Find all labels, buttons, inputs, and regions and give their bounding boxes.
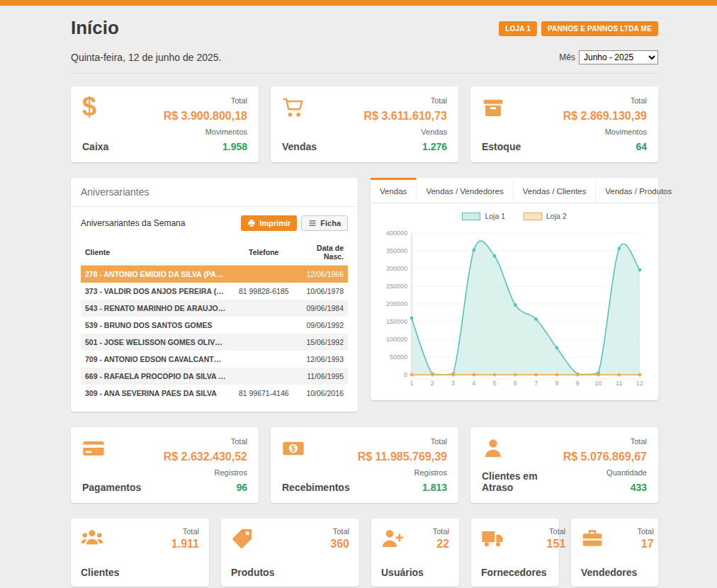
svg-text:8: 8 <box>555 380 558 387</box>
month-select[interactable]: Junho - 2025 <box>579 50 658 64</box>
total-label: Total <box>433 527 449 536</box>
telefone-cell: 81 99828-6185 <box>230 283 297 300</box>
legend-swatch <box>524 213 542 220</box>
svg-text:7: 7 <box>534 380 538 387</box>
tab-vendas-produtos[interactable]: Vendas / Produtos <box>596 178 682 203</box>
cart-icon <box>282 96 317 119</box>
vendas-label: Vendas <box>282 141 317 152</box>
svg-text:9: 9 <box>576 380 580 387</box>
banknote-icon: $ <box>282 437 350 460</box>
briefcase-icon <box>581 527 637 550</box>
telefone-cell <box>230 368 297 385</box>
estoque-card: Estoque Total R$ 2.869.130,39 Movimentos… <box>470 86 658 162</box>
svg-text:4: 4 <box>472 380 475 387</box>
fornecedores-label: Fornecedores <box>481 567 547 578</box>
legend-item-loja1[interactable]: Loja 1 <box>462 212 505 220</box>
birthday-row[interactable]: 669 - RAFAELA PROCOPIO DA SILVA CA... 11… <box>81 368 348 385</box>
aniversariantes-panel: Aniversariantes Aniversariantes da Seman… <box>71 178 358 412</box>
vendas-panel: Vendas Vendas / Vendedores Vendas / Clie… <box>371 178 658 400</box>
top-accent-bar <box>0 0 717 6</box>
ficha-button[interactable]: Ficha <box>301 215 348 231</box>
movimentos-label: Movimentos <box>205 128 247 136</box>
total-label: Total <box>431 96 447 105</box>
usuarios-total-value: 22 <box>436 538 449 550</box>
estoque-label: Estoque <box>482 141 521 152</box>
store-button[interactable]: LOJA 1 <box>499 21 537 36</box>
mid-cards-row: Pagamentos Total R$ 2.632.430,52 Registr… <box>71 427 658 503</box>
company-button[interactable]: PANNOS E PANNOS LTDA ME <box>541 21 658 36</box>
birthday-row[interactable]: 278 - ANTONIO EMIDIO DA SILVA (PALE... 1… <box>81 266 348 283</box>
total-label: Total <box>631 96 647 105</box>
clientes-atraso-total-value: R$ 5.076.869,67 <box>563 451 647 463</box>
tab-vendas-vendedores[interactable]: Vendas / Vendedores <box>417 178 513 203</box>
recebimentos-card: $ Recebimentos Total R$ 11.985.769,39 Re… <box>271 427 458 503</box>
top-cards-row: $ Caixa Total R$ 3.900.800,18 Movimentos… <box>71 86 658 162</box>
quantidade-label: Quantidade <box>606 468 647 477</box>
col-data-nasc: Data de Nasc. <box>297 239 348 266</box>
cliente-cell: 539 - BRUNO DOS SANTOS GOMES <box>81 317 230 334</box>
recebimentos-label: Recebimentos <box>282 482 350 493</box>
telefone-cell <box>230 317 297 334</box>
telefone-cell <box>230 351 297 368</box>
birthday-row[interactable]: 539 - BRUNO DOS SANTOS GOMES 09/06/1992 <box>81 317 348 334</box>
ficha-label: Ficha <box>320 219 341 227</box>
imprimir-button[interactable]: Imprimir <box>241 215 297 231</box>
vendedores-total-value: 17 <box>641 538 654 550</box>
data-nasc-cell: 12/06/1993 <box>297 351 348 368</box>
produtos-card: Produtos Total 360 <box>221 519 359 587</box>
produtos-label: Produtos <box>231 567 274 578</box>
list-icon <box>308 219 317 227</box>
birthday-row[interactable]: 501 - JOSE WELISSON GOMES OLIVEIR... 15/… <box>81 334 348 351</box>
telefone-cell: 81 99671-4146 <box>230 385 297 402</box>
total-label: Total <box>231 96 247 105</box>
clientes-atraso-card: Clientes em Atraso Total R$ 5.076.869,67… <box>470 427 658 503</box>
svg-text:100000: 100000 <box>386 336 407 343</box>
col-cliente: Cliente <box>81 239 230 266</box>
users-icon <box>81 527 119 550</box>
data-nasc-cell: 10/06/1978 <box>297 283 348 300</box>
svg-text:300000: 300000 <box>386 265 407 272</box>
total-label: Total <box>549 527 565 536</box>
total-label: Total <box>231 437 247 446</box>
birthday-row[interactable]: 543 - RENATO MARINHO DE ARAUJO (F... 09/… <box>81 300 348 317</box>
tab-vendas[interactable]: Vendas <box>371 178 417 203</box>
birthday-row[interactable]: 309 - ANA SEVERINA PAES DA SILVA 81 9967… <box>81 385 348 402</box>
svg-text:150000: 150000 <box>386 318 407 325</box>
person-icon <box>482 437 563 460</box>
svg-text:200000: 200000 <box>386 300 407 307</box>
cliente-cell: 373 - VALDIR DOS ANJOS PEREIRA (AN... <box>81 283 230 300</box>
movimentos-label: Movimentos <box>605 128 647 136</box>
legend-swatch <box>462 213 480 220</box>
fornecedores-total-value: 151 <box>547 538 566 550</box>
registros-label: Registros <box>414 468 447 477</box>
header-buttons: LOJA 1 PANNOS E PANNOS LTDA ME <box>499 21 658 36</box>
tab-vendas-clientes[interactable]: Vendas / Clientes <box>514 178 597 203</box>
legend-item-loja2[interactable]: Loja 2 <box>524 212 567 220</box>
birthday-row[interactable]: 709 - ANTONIO EDSON CAVALCANTE D... 12/0… <box>81 351 348 368</box>
data-nasc-cell: 09/06/1992 <box>297 317 348 334</box>
current-date: Quinta-feira, 12 de junho de 2025. <box>71 52 222 63</box>
date-row: Quinta-feira, 12 de junho de 2025. Mês J… <box>71 50 658 74</box>
legend-label: Loja 2 <box>546 212 567 220</box>
telefone-cell <box>230 300 297 317</box>
cliente-cell: 709 - ANTONIO EDSON CAVALCANTE D... <box>81 351 230 368</box>
svg-text:350000: 350000 <box>386 247 407 254</box>
birthday-row[interactable]: 373 - VALDIR DOS ANJOS PEREIRA (AN... 81… <box>81 283 348 300</box>
col-telefone: Telefone <box>230 239 297 266</box>
produtos-total-value: 360 <box>330 538 349 550</box>
total-label: Total <box>431 437 447 446</box>
tag-icon <box>231 527 274 550</box>
dollar-icon: $ <box>82 96 108 118</box>
clientes-card: Clientes Total 1.911 <box>71 519 209 587</box>
svg-text:2: 2 <box>431 380 434 387</box>
pagamentos-total-value: R$ 2.632.430,52 <box>164 451 247 463</box>
pagamentos-count-value: 96 <box>236 482 247 493</box>
cliente-cell: 501 - JOSE WELISSON GOMES OLIVEIR... <box>81 334 230 351</box>
usuarios-card: Usuários Total 22 <box>371 519 459 587</box>
user-plus-icon <box>381 527 424 550</box>
svg-text:0: 0 <box>404 371 407 378</box>
cliente-cell: 543 - RENATO MARINHO DE ARAUJO (F... <box>81 300 230 317</box>
svg-text:50000: 50000 <box>390 354 407 361</box>
vendas-count-label: Vendas <box>421 128 447 136</box>
chart-area: Loja 1 Loja 2 05000010000015000020000025… <box>371 203 658 400</box>
